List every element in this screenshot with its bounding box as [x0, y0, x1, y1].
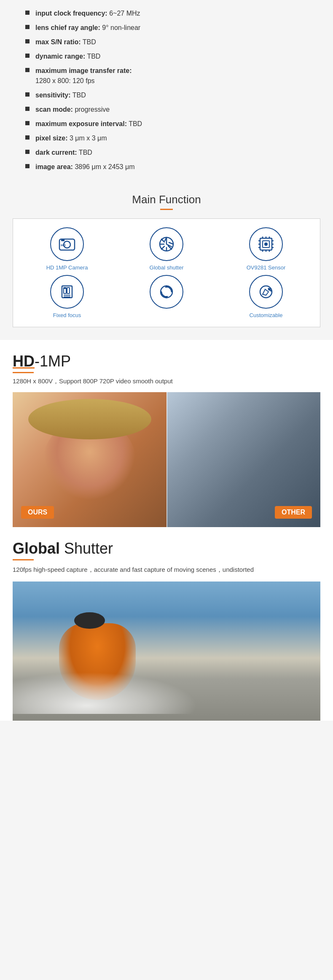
feature-global-shutter: Global shutter: [139, 227, 194, 271]
svg-rect-22: [64, 288, 66, 289]
svg-rect-23: [67, 288, 70, 293]
spec-item-6: scan mode: progressive: [25, 105, 312, 115]
bullet-icon: [25, 25, 30, 29]
spec-value: TBD: [83, 38, 96, 46]
spec-label: input clock frequency:: [35, 10, 107, 17]
spec-value: TBD: [79, 149, 92, 156]
fixed-focus-icon-circle: [50, 275, 84, 309]
spec-value: TBD: [87, 53, 100, 60]
features-row-2: Fixed focus: [17, 275, 316, 318]
refresh-icon-circle: [150, 275, 183, 309]
features-box: HD HD 1MP Camera: [13, 218, 320, 327]
global-title-bold: Global: [13, 540, 60, 557]
spec-item-2: max S/N ratio: TBD: [25, 37, 312, 47]
skier-helmet: [74, 612, 105, 629]
svg-point-30: [268, 288, 271, 291]
hd-section: HD-1MP 1280H x 800V，Support 800P 720P vi…: [0, 340, 333, 527]
spec-value: 3 μm x 3 μm: [70, 135, 107, 142]
hd-description: 1280H x 800V，Support 800P 720P video smo…: [13, 377, 320, 385]
spec-sub-value: 1280 x 800: 120 fps: [35, 76, 132, 86]
ov9281-icon-circle: [249, 227, 283, 261]
global-shutter-icon: [157, 235, 176, 253]
bullet-icon: [25, 39, 30, 43]
spec-label: max S/N ratio:: [35, 38, 81, 46]
global-shutter-icon-circle: [150, 227, 183, 261]
spec-value: TBD: [73, 92, 86, 99]
title-underline-decoration: [160, 209, 173, 210]
spec-label: maximum exposure interval:: [35, 120, 127, 127]
global-title: Global Shutter: [13, 540, 320, 557]
bullet-icon: [25, 164, 30, 168]
comparison-divider: [166, 392, 167, 527]
hd-camera-label: HD 1MP Camera: [46, 264, 88, 271]
spec-value: TBD: [129, 120, 142, 127]
feature-refresh: [139, 275, 194, 312]
customizable-icon-circle: [249, 275, 283, 309]
bullet-icon: [25, 135, 30, 140]
bullet-icon: [25, 54, 30, 58]
spec-item-1: lens chief ray angle: 9° non-linear: [25, 23, 312, 33]
comparison-image: OURS OTHER: [13, 392, 320, 527]
spec-value: 6~27 MHz: [109, 10, 140, 17]
customizable-icon: [257, 283, 275, 301]
spec-value: progressive: [75, 106, 110, 113]
spec-label: pixel size:: [35, 135, 67, 142]
spec-item-0: input clock frequency: 6~27 MHz: [25, 8, 312, 19]
specs-list: input clock frequency: 6~27 MHz lens chi…: [25, 8, 312, 172]
svg-point-19: [264, 242, 268, 246]
hd-underline-decoration: [13, 372, 34, 373]
hd-camera-icon-circle: HD: [50, 227, 84, 261]
feature-customizable: Customizable: [239, 275, 293, 318]
features-row-1: HD HD 1MP Camera: [17, 227, 316, 271]
child-hair: [28, 399, 151, 439]
spec-value: 3896 μm x 2453 μm: [75, 163, 134, 170]
bullet-icon: [25, 150, 30, 154]
svg-text:HD: HD: [61, 243, 66, 247]
spec-item-5: sensitivity: TBD: [25, 90, 312, 100]
spec-label: scan mode:: [35, 106, 73, 113]
spec-item-4: maximum image transfer rate: 1280 x 800:…: [25, 66, 312, 86]
specs-section: input clock frequency: 6~27 MHz lens chi…: [0, 0, 333, 185]
ov9281-label: OV9281 Sensor: [247, 264, 286, 271]
spec-label: sensitivity:: [35, 92, 71, 99]
fixed-focus-label: Fixed focus: [53, 312, 81, 318]
global-shutter-label: Global shutter: [150, 264, 184, 271]
svg-point-26: [161, 286, 172, 298]
hd-title: HD-1MP: [13, 353, 320, 370]
bullet-icon: [25, 92, 30, 97]
spec-item-10: image area: 3896 μm x 2453 μm: [25, 162, 312, 172]
spec-label: dynamic range:: [35, 53, 85, 60]
global-shutter-section: Global Shutter 120fps high-speed capture…: [0, 527, 333, 721]
spec-item-7: maximum exposure interval: TBD: [25, 119, 312, 129]
spec-item-3: dynamic range: TBD: [25, 51, 312, 62]
bullet-icon: [25, 121, 30, 125]
spec-label: dark current:: [35, 149, 77, 156]
global-description: 120fps high-speed capture，accurate and f…: [13, 565, 320, 575]
global-title-rest: Shutter: [60, 540, 113, 557]
bullet-icon: [25, 68, 30, 72]
ov9281-icon: [257, 235, 275, 253]
feature-fixed-focus: Fixed focus: [40, 275, 94, 318]
snow-spray: [13, 672, 197, 714]
spec-value: 9° non-linear: [102, 24, 140, 31]
spec-label: lens chief ray angle:: [35, 24, 100, 31]
bullet-icon: [25, 11, 30, 15]
spec-item-8: pixel size: 3 μm x 3 μm: [25, 133, 312, 143]
spec-label: image area:: [35, 163, 73, 170]
badge-other: OTHER: [275, 506, 312, 519]
hd-camera-icon: HD: [58, 235, 76, 253]
hd-title-rest: -1MP: [35, 353, 71, 370]
spec-item-9: dark current: TBD: [25, 148, 312, 158]
section-title: Main Function: [13, 193, 320, 206]
feature-hd-camera: HD HD 1MP Camera: [40, 227, 94, 271]
bullet-icon: [25, 107, 30, 111]
customizable-label: Customizable: [250, 312, 283, 318]
spec-label: maximum image transfer rate:: [35, 67, 132, 74]
main-function-section: Main Function HD HD 1MP Camera: [0, 185, 333, 340]
skier-image: [13, 582, 320, 721]
feature-ov9281: OV9281 Sensor: [239, 227, 293, 271]
fixed-focus-icon: [58, 283, 76, 301]
hd-title-bold: HD: [13, 353, 35, 370]
badge-ours: OURS: [21, 506, 54, 519]
svg-rect-2: [61, 239, 64, 241]
